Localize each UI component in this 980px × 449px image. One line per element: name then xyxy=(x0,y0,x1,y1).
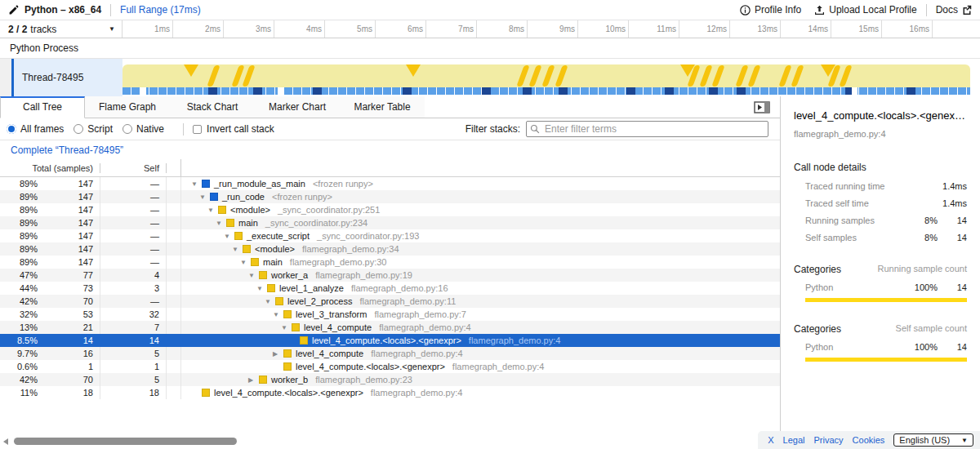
category-color-square xyxy=(259,271,267,279)
profile-info-button[interactable]: Profile Info xyxy=(740,4,801,16)
call-tree-row[interactable]: 42% 70 5 ▶ worker_b flamegraph_demo.py:2… xyxy=(0,373,780,386)
self-column-header[interactable]: Self xyxy=(100,163,167,173)
call-node-details: Traced running time 1.4ms Traced self ti… xyxy=(794,181,967,242)
call-tree-row[interactable]: 89% 147 — ▼ <module> flamegraph_demo.py:… xyxy=(0,242,780,256)
call-tree-row[interactable]: 89% 147 — ▼ <module> _sync_coordinator.p… xyxy=(0,203,780,216)
sidebar-toggle-button[interactable] xyxy=(754,101,770,113)
column-spacer xyxy=(167,159,181,176)
row-self-samples: 32 xyxy=(100,308,167,321)
tracks-dropdown[interactable]: 2 / 2 tracks ▼ xyxy=(0,20,122,38)
call-tree-row[interactable]: 89% 147 — ▼ main flamegraph_demo.py:30 xyxy=(0,256,780,269)
footer-link-cookies[interactable]: Cookies xyxy=(853,435,885,445)
expand-twisty-icon[interactable]: ▼ xyxy=(216,220,226,227)
call-tree-row[interactable]: 11% 18 18 level_4_compute.<locals>.<gene… xyxy=(0,386,780,399)
chevron-down-icon: ▼ xyxy=(109,25,115,33)
expand-twisty-icon[interactable]: ▼ xyxy=(265,298,275,305)
filter-input-wrap xyxy=(526,121,768,137)
ruler-tick: 16ms xyxy=(882,20,933,38)
marker-slash-icon xyxy=(541,65,555,87)
call-tree-row[interactable]: 9.7% 16 5 ▶ level_4_compute flamegraph_d… xyxy=(0,347,780,360)
complete-thread-breadcrumb[interactable]: Complete “Thread-78495” xyxy=(11,144,123,156)
expand-twisty-icon[interactable]: ▼ xyxy=(281,324,292,331)
tab-marker-chart[interactable]: Marker Chart xyxy=(255,96,340,118)
call-tree-row[interactable]: 42% 70 — ▼ level_2_process flamegraph_de… xyxy=(0,295,780,308)
radio-all-frames[interactable]: All frames xyxy=(7,123,64,135)
ruler-tick: 9ms xyxy=(528,20,578,38)
expand-twisty-icon[interactable]: ▶ xyxy=(273,350,283,358)
sample-strip[interactable] xyxy=(122,87,970,95)
function-name: level_1_analyze xyxy=(279,283,344,293)
process-track-header[interactable]: Python Process xyxy=(0,38,980,59)
expand-twisty-icon[interactable]: ▼ xyxy=(199,193,210,201)
function-name: <module> xyxy=(230,205,270,215)
expand-twisty-icon[interactable]: ▼ xyxy=(256,285,267,292)
row-total-samples: 147 xyxy=(41,203,100,216)
function-name: level_4_compute.<locals>.<genexpr> xyxy=(312,336,461,345)
call-tree-row[interactable]: 44% 73 3 ▼ level_1_analyze flamegraph_de… xyxy=(0,282,780,295)
thread-activity-graph[interactable] xyxy=(122,59,970,96)
expand-twisty-icon[interactable]: ▼ xyxy=(207,207,218,214)
row-total-samples: 147 xyxy=(41,229,100,242)
row-total-percent: 42% xyxy=(0,296,41,306)
row-self-samples: 18 xyxy=(100,386,167,399)
category-color-square xyxy=(283,310,292,318)
sample-dark-segment xyxy=(737,87,746,95)
expand-twisty-icon[interactable]: ▼ xyxy=(232,246,243,253)
timeline-ruler: 2 / 2 tracks ▼ 1ms2ms3ms4ms5ms6ms7ms8ms9… xyxy=(0,20,980,38)
total-samples-column-header[interactable]: Total (samples) xyxy=(0,163,100,173)
radio-native[interactable]: Native xyxy=(122,123,164,135)
tab-stack-chart[interactable]: Stack Chart xyxy=(170,96,255,118)
call-tree-row[interactable]: 89% 147 — ▼ _run_code <frozen runpy> xyxy=(0,190,780,203)
thread-track-header[interactable]: Thread-78495 xyxy=(0,59,122,96)
row-self-samples: — xyxy=(100,242,167,256)
sample-dark-segment xyxy=(709,87,718,95)
call-tree-row[interactable]: 89% 147 — ▼ main _sync_coordinator.py:23… xyxy=(0,216,780,229)
expand-twisty-icon[interactable]: ▼ xyxy=(273,311,283,318)
call-tree-row[interactable]: 32% 53 32 ▼ level_3_transform flamegraph… xyxy=(0,308,780,321)
row-total-samples: 16 xyxy=(41,347,100,360)
call-tree-row[interactable]: 13% 21 7 ▼ level_4_compute flamegraph_de… xyxy=(0,321,780,334)
row-self-samples: 5 xyxy=(100,373,167,386)
footer-link-x[interactable]: X xyxy=(768,435,773,445)
tab-flame-graph[interactable]: Flame Graph xyxy=(85,96,170,118)
sample-dark-segment xyxy=(626,87,635,95)
horizontal-scrollbar xyxy=(0,437,780,447)
source-location: flamegraph_demo.py:4 xyxy=(371,388,463,398)
tab-call-tree[interactable]: Call Tree xyxy=(0,96,85,118)
thread-track: Thread-78495 xyxy=(0,59,980,96)
footer-link-privacy[interactable]: Privacy xyxy=(814,435,844,445)
call-tree-row[interactable]: 89% 147 — ▼ _run_module_as_main <frozen … xyxy=(0,177,780,190)
call-tree-row[interactable]: 47% 77 4 ▼ worker_a flamegraph_demo.py:1… xyxy=(0,269,780,282)
scrollbar-thumb[interactable] xyxy=(14,438,237,445)
language-select[interactable]: English (US) ▼ xyxy=(893,433,973,447)
source-location: flamegraph_demo.py:4 xyxy=(452,362,545,371)
ruler-tick: 13ms xyxy=(730,20,781,38)
expand-twisty-icon[interactable]: ▼ xyxy=(248,272,259,279)
function-name: level_2_process xyxy=(287,296,353,306)
radio-script[interactable]: Script xyxy=(74,123,113,135)
docs-link[interactable]: Docs xyxy=(936,4,972,16)
invert-call-stack-checkbox[interactable]: Invert call stack xyxy=(193,123,274,135)
source-location: flamegraph_demo.py:11 xyxy=(360,296,457,306)
expand-twisty-icon[interactable]: ▶ xyxy=(248,376,259,384)
tab-marker-table[interactable]: Marker Table xyxy=(340,96,425,118)
call-tree-row[interactable]: 8.5% 14 14 level_4_compute.<locals>.<gen… xyxy=(0,334,780,347)
filter-stacks-input[interactable] xyxy=(526,121,768,137)
call-tree-row[interactable]: 89% 147 — ▼ _execute_script _sync_coordi… xyxy=(0,229,780,242)
call-tree-toolbar: All framesScriptNative Invert call stack… xyxy=(0,118,780,140)
call-node-details-heading: Call node details xyxy=(794,162,967,173)
expand-twisty-icon[interactable]: ▼ xyxy=(224,233,234,240)
call-tree-row[interactable]: 0.6% 1 1 level_4_compute.<locals>.<genex… xyxy=(0,360,780,373)
expand-twisty-icon[interactable]: ▼ xyxy=(240,259,251,266)
upload-profile-button[interactable]: Upload Local Profile xyxy=(814,4,916,16)
edit-pencil-icon[interactable] xyxy=(8,5,19,16)
scroll-left-arrow[interactable] xyxy=(3,438,8,445)
cpu-usage-band[interactable] xyxy=(122,64,970,87)
function-name: level_3_transform xyxy=(296,309,367,319)
source-location: flamegraph_demo.py:4 xyxy=(371,349,463,358)
row-total-samples: 14 xyxy=(41,334,100,347)
row-self-samples: 5 xyxy=(100,347,167,360)
full-range-button[interactable]: Full Range (17ms) xyxy=(120,4,201,16)
expand-twisty-icon[interactable]: ▼ xyxy=(191,180,202,188)
footer-link-legal[interactable]: Legal xyxy=(783,435,805,445)
